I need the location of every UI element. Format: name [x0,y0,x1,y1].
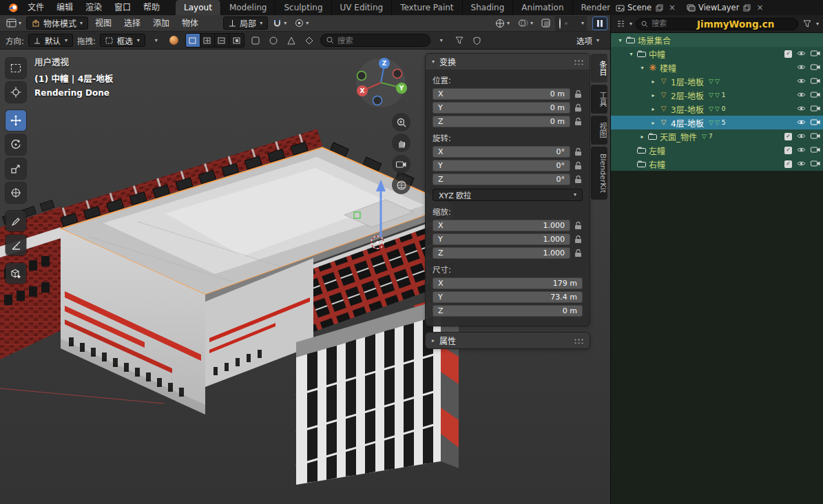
select-mode-subtract-button[interactable] [215,34,229,47]
snap-dropdown[interactable]: ▾ [269,17,290,30]
outliner-display-mode-button[interactable] [615,19,626,30]
expand-icon[interactable]: ▸ [648,106,658,112]
sidebar-tab-tool[interactable]: 工具 [591,85,607,114]
options-dropdown[interactable]: 选项 ▾ [571,34,605,47]
lock-icon[interactable] [574,103,583,112]
tool-move[interactable] [6,110,26,131]
viewport-3d[interactable]: 用户透视 (1) 中幢 | 4层-地板 Rendering Done Z Y X [0,50,610,504]
location-x-field[interactable]: X0 m [433,88,570,100]
workspace-tab-rendering[interactable]: Rendering [573,0,611,15]
tool-annotate[interactable] [6,211,26,231]
dimensions-z-field[interactable]: Z0 m [433,305,583,317]
pause-render-button[interactable] [592,17,607,30]
falloff-icon-2[interactable] [267,34,280,47]
outliner-row-floor3[interactable]: ▸ ▽ 3层-地板 ▽ ▽ 0 [611,102,823,116]
expand-icon[interactable]: ▾ [615,37,625,43]
outliner-row-collection[interactable]: ▾ 中幢 ✓ [611,47,823,61]
select-mode-extend-button[interactable] [200,34,215,47]
lock-icon[interactable] [574,175,583,184]
falloff-icon-1[interactable] [249,34,262,47]
render-camera-icon[interactable] [811,159,820,169]
menu-add[interactable]: 添加 [147,15,175,32]
rotation-mode-dropdown[interactable]: XYZ 欧拉 ▾ [433,189,583,201]
drag-setting-dropdown[interactable]: 框选 ▾ [100,34,145,47]
unlink-scene-icon[interactable]: × [667,2,678,13]
mode-dropdown[interactable]: 物体模式 ▾ [26,17,88,30]
lock-icon[interactable] [574,117,583,126]
lock-icon[interactable] [574,161,583,170]
filter-funnel-icon[interactable] [452,34,466,47]
scale-y-field[interactable]: Y1.000 [433,233,570,245]
menu-edit[interactable]: 编辑 [50,0,79,15]
hide-eye-icon[interactable] [797,118,806,127]
camera-view-button[interactable] [392,155,410,174]
workspace-tab-uv-editing[interactable]: UV Editing [332,0,393,15]
remove-viewlayer-icon[interactable]: × [754,2,765,13]
render-camera-icon[interactable] [811,49,820,59]
show-gizmo-dropdown[interactable]: ▾ [492,17,513,30]
hide-eye-icon[interactable] [797,76,806,86]
outliner-row-scene-collection[interactable]: ▾ 场景集合 [611,33,823,47]
scale-z-field[interactable]: Z1.000 [433,247,570,259]
lock-icon[interactable] [574,90,583,98]
workspace-tab-animation[interactable]: Animation [513,0,572,15]
search-options-dropdown[interactable]: ▾ [435,34,448,47]
location-z-field[interactable]: Z0 m [433,116,570,127]
sidebar-tab-blenderkit[interactable]: BlenderKit [591,147,607,200]
workspace-tab-modeling[interactable]: Modeling [221,0,276,15]
sidebar-tab-item[interactable]: 条目 [591,54,607,83]
tool-transform[interactable] [6,182,26,203]
hide-eye-icon[interactable] [797,104,806,114]
hide-eye-icon[interactable] [797,49,806,59]
outliner-row-floor1[interactable]: ▸ ▽ 1层-地板 ▽ ▽ [611,74,823,88]
xray-toggle[interactable] [538,17,554,30]
gizmo-z-neg[interactable] [373,96,382,105]
tool-measure[interactable] [6,235,26,255]
drag-handle-icon[interactable] [574,59,583,65]
select-mode-invert-button[interactable] [229,34,244,47]
expand-icon[interactable]: ▸ [637,134,647,140]
shading-material-button[interactable] [570,22,573,25]
outliner-row-roof-objects[interactable]: ▸ 天面_物件 ▽ 7 ✓ [611,129,823,143]
viewport-search-field[interactable] [320,34,430,47]
select-mode-new-button[interactable] [186,34,200,47]
render-camera-icon[interactable] [811,90,820,100]
scene-selector[interactable]: Scene [627,3,652,12]
lock-icon[interactable] [574,147,583,156]
outliner-row-empty[interactable]: ▾ 楼幢 [611,61,823,74]
workspace-tab-layout[interactable]: Layout [176,0,221,15]
workspace-tab-shading[interactable]: Shading [463,0,514,15]
editor-type-button[interactable]: ▾ [3,17,25,30]
rotation-y-field[interactable]: Y0° [433,160,570,171]
viewport-search-input[interactable] [337,36,413,45]
menu-render[interactable]: 渲染 [79,0,108,15]
render-camera-icon[interactable] [811,104,820,114]
exclude-checkbox[interactable]: ✓ [784,50,792,58]
menu-file[interactable]: 文件 [21,0,50,15]
render-camera-icon[interactable] [811,118,820,127]
new-scene-icon[interactable] [654,2,665,13]
transform-orientation-dropdown[interactable]: 局部 ▾ [223,17,268,30]
ortho-toggle-button[interactable] [392,176,410,194]
tool-extra-dropdown[interactable]: ▾ [149,34,163,47]
outliner-row-floor2[interactable]: ▸ ▽ 2层-地板 ▽ ▽ 1 [611,88,823,102]
gizmo-y-neg[interactable] [357,72,366,81]
lock-icon[interactable] [574,235,583,244]
orientation-setting-dropdown[interactable]: 默认 ▾ [28,34,73,47]
navigation-gizmo[interactable]: Z Y X [355,56,407,109]
expand-icon[interactable]: ▸ [648,92,658,98]
hide-eye-icon[interactable] [797,132,806,141]
hide-eye-icon[interactable] [797,145,806,155]
shield-check-icon[interactable] [470,34,484,47]
render-camera-icon[interactable] [811,76,820,86]
workspace-tab-sculpting[interactable]: Sculpting [275,0,331,15]
lock-icon[interactable] [574,221,583,230]
blender-logo-icon[interactable] [7,2,19,14]
exclude-checkbox[interactable]: ✓ [784,147,792,154]
sidebar-tab-view[interactable]: 视图 [591,116,607,145]
menu-view[interactable]: 视图 [90,15,117,32]
falloff-icon-4[interactable] [302,34,316,47]
tool-rotate[interactable] [6,134,26,155]
hide-eye-icon[interactable] [797,159,806,169]
rotation-z-field[interactable]: Z0° [433,174,570,185]
